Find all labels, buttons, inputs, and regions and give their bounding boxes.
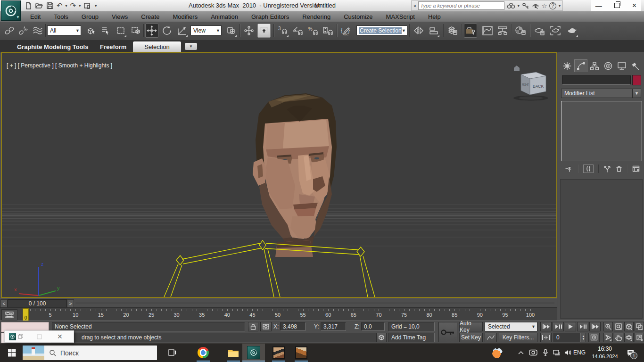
named-selection-sets-dropdown[interactable]: Create Selection Se▼ [356, 25, 407, 35]
set-key-button[interactable]: Set Key [459, 333, 483, 342]
edit-named-selection-sets-button[interactable]: {}ABC [339, 24, 353, 38]
z-coordinate-field[interactable]: 0,0 [361, 322, 385, 331]
selection-filter-dropdown[interactable]: All▼ [47, 25, 81, 35]
select-and-link-button[interactable] [3, 24, 16, 38]
tab-motion[interactable] [602, 59, 615, 72]
object-name-field[interactable] [562, 75, 631, 85]
open-file-button[interactable] [35, 2, 43, 9]
show-end-result-toggle[interactable] [583, 165, 594, 173]
menu-customize[interactable]: Customize [337, 12, 379, 21]
weather-tray-icon[interactable] [491, 347, 504, 359]
modifier-stack[interactable] [561, 101, 642, 161]
key-mode-dropdown[interactable]: Selected▼ [485, 322, 537, 331]
current-frame-field[interactable]: 0 [553, 333, 581, 342]
infocenter-collapse-icon[interactable]: ◂ [413, 3, 416, 8]
restore-window-icon[interactable] [18, 334, 24, 339]
time-slider-handle[interactable]: 0 / 100 [8, 299, 67, 308]
set-keys-button[interactable] [438, 322, 457, 342]
go-to-end-button[interactable] [589, 322, 601, 331]
capture-tray-icon[interactable] [528, 347, 538, 358]
undo-dropdown-icon[interactable]: ▾ [66, 4, 67, 8]
start-button[interactable] [4, 344, 20, 362]
add-time-tag-field[interactable]: Add Time Tag [388, 333, 435, 342]
viewcube[interactable]: RIGHT BACK [513, 66, 548, 101]
3dsmax-taskbar-icon[interactable] [242, 344, 265, 362]
object-color-swatch[interactable] [632, 75, 641, 85]
zoom-button[interactable] [603, 322, 613, 331]
select-and-manipulate-button[interactable] [242, 24, 256, 38]
x-coordinate-field[interactable]: 3,498 [280, 322, 305, 331]
configure-modifier-sets-icon[interactable] [632, 165, 640, 173]
zoom-all-button[interactable] [614, 322, 623, 331]
perspective-viewport[interactable]: [ + ] [ Perspective ] [ Smooth + Highlig… [1, 52, 557, 298]
tab-freeform[interactable]: Freeform [92, 41, 134, 52]
use-pivot-point-center-button[interactable] [224, 24, 238, 38]
rectangular-selection-region-button[interactable] [114, 24, 127, 38]
tab-hierarchy[interactable] [588, 59, 601, 72]
tab-display[interactable] [615, 59, 628, 72]
time-slider-track[interactable] [75, 303, 554, 304]
default-key-tangent-button[interactable] [485, 333, 497, 342]
menu-group[interactable]: Group [75, 12, 105, 21]
favorites-star-icon[interactable]: ☆ [542, 2, 547, 9]
volume-tray-icon[interactable] [563, 347, 573, 358]
next-frame-slider-button[interactable]: > [67, 299, 74, 308]
unlink-selection-button[interactable] [17, 24, 30, 38]
zoom-extents-button[interactable] [624, 322, 634, 331]
task-view-button[interactable] [165, 344, 179, 362]
pan-view-button[interactable] [614, 333, 623, 342]
undo-button[interactable]: ↶ [57, 1, 63, 10]
bind-to-space-warp-button[interactable] [31, 24, 44, 38]
key-mode-toggle[interactable] [540, 333, 552, 342]
select-and-scale-button[interactable] [175, 24, 189, 38]
align-button[interactable] [427, 24, 440, 38]
menu-rendering[interactable]: Rendering [296, 12, 337, 21]
open-mini-curve-editor-button[interactable] [1, 309, 17, 321]
new-file-button[interactable] [25, 2, 32, 9]
save-button[interactable] [46, 2, 54, 9]
qat-customize-dropdown-icon[interactable]: ▼ [94, 4, 98, 8]
angle-snap-toggle[interactable] [291, 24, 305, 38]
render-setup-button[interactable] [533, 24, 546, 38]
absolute-mode-transform-toggle[interactable] [260, 322, 272, 331]
time-slider-marker[interactable]: 0 [23, 308, 29, 321]
timeline-ruler[interactable]: 5101520253035404550556065707580859095100 [19, 308, 557, 321]
pin-stack-icon[interactable] [565, 165, 573, 173]
viewport-label[interactable]: [ + ] [ Perspective ] [ Smooth + Highlig… [7, 62, 112, 69]
search-dropdown-icon[interactable]: ▾ [518, 4, 520, 8]
maximize-window-icon[interactable] [37, 334, 42, 339]
application-menu-button[interactable]: ▼ [1, 0, 21, 21]
communication-center-icon[interactable] [532, 2, 539, 9]
material-editor-button[interactable] [514, 24, 527, 38]
tab-modify[interactable] [574, 59, 587, 72]
chrome-icon[interactable] [195, 344, 211, 362]
menu-tools[interactable]: Tools [47, 12, 74, 21]
maximize-viewport-toggle[interactable] [635, 333, 644, 342]
file-explorer-icon[interactable] [225, 344, 241, 362]
tab-utilities[interactable] [629, 59, 642, 72]
selection-lock-toggle[interactable] [248, 322, 258, 331]
orbit-button[interactable] [624, 333, 634, 342]
tab-create[interactable] [561, 59, 574, 72]
search-binoculars-icon[interactable] [507, 2, 515, 9]
network-tray-icon[interactable] [552, 347, 562, 358]
reference-coordinate-system-dropdown[interactable]: View▼ [190, 25, 222, 35]
field-of-view-button[interactable] [603, 333, 613, 342]
subscription-key-icon[interactable] [522, 2, 529, 9]
graphite-modeling-tools-toggle[interactable] [464, 24, 477, 38]
taskbar-thumbnail-window[interactable]: ✕ [4, 330, 74, 343]
close-window-icon[interactable]: ✕ [57, 333, 63, 340]
menu-graph-editors[interactable]: Graph Editors [245, 12, 296, 21]
previous-frame-slider-button[interactable]: < [0, 299, 8, 308]
frame-spinner[interactable]: ▲▼ [581, 333, 586, 342]
make-unique-icon[interactable] [603, 165, 611, 173]
percent-snap-toggle[interactable]: % [306, 24, 320, 38]
rendered-frame-window-button[interactable] [549, 24, 562, 38]
snaps-toggle-3d[interactable]: 3 [276, 24, 289, 38]
spinner-snap-toggle[interactable] [322, 24, 335, 38]
game-app-icon-1[interactable] [271, 344, 287, 362]
restore-button[interactable] [614, 3, 620, 8]
redo-button[interactable]: ↷ [70, 1, 76, 10]
language-indicator[interactable]: ENG [573, 349, 586, 356]
taskbar-clock[interactable]: 16:3014.06.2024 [590, 345, 619, 360]
